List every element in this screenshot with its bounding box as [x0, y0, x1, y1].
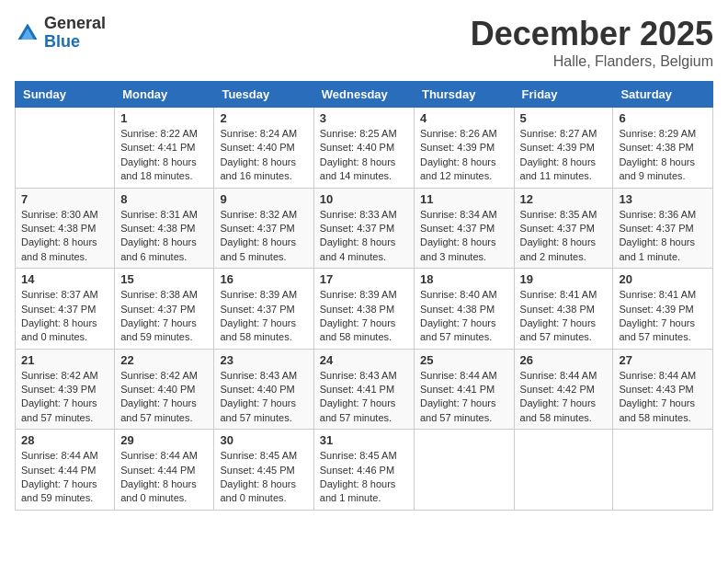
- day-number: 20: [619, 272, 707, 286]
- day-info: Sunrise: 8:36 AM Sunset: 4:37 PM Dayligh…: [619, 208, 707, 265]
- month-title: December 2025: [471, 15, 713, 53]
- day-number: 1: [120, 111, 208, 125]
- calendar-cell: 28Sunrise: 8:44 AM Sunset: 4:44 PM Dayli…: [16, 430, 115, 511]
- calendar-cell: 23Sunrise: 8:43 AM Sunset: 4:40 PM Dayli…: [214, 349, 313, 430]
- day-number: 25: [420, 353, 508, 367]
- week-row-1: 1Sunrise: 8:22 AM Sunset: 4:41 PM Daylig…: [16, 108, 713, 189]
- calendar-cell: 25Sunrise: 8:44 AM Sunset: 4:41 PM Dayli…: [414, 349, 514, 430]
- day-number: 30: [220, 433, 307, 447]
- day-number: 28: [21, 433, 108, 447]
- day-number: 10: [320, 192, 408, 206]
- calendar-cell: [613, 430, 713, 511]
- day-number: 6: [619, 111, 707, 125]
- logo: General Blue: [15, 15, 106, 52]
- calendar-cell: 16Sunrise: 8:39 AM Sunset: 4:37 PM Dayli…: [214, 269, 313, 350]
- weekday-header-saturday: Saturday: [613, 82, 713, 108]
- day-info: Sunrise: 8:45 AM Sunset: 4:46 PM Dayligh…: [320, 449, 408, 506]
- calendar-cell: [514, 430, 613, 511]
- calendar-cell: 11Sunrise: 8:34 AM Sunset: 4:37 PM Dayli…: [414, 188, 514, 269]
- calendar-cell: 15Sunrise: 8:38 AM Sunset: 4:37 PM Dayli…: [115, 269, 214, 350]
- weekday-header-thursday: Thursday: [414, 82, 514, 108]
- day-number: 12: [520, 192, 608, 206]
- calendar-cell: 1Sunrise: 8:22 AM Sunset: 4:41 PM Daylig…: [115, 108, 214, 189]
- day-info: Sunrise: 8:44 AM Sunset: 4:43 PM Dayligh…: [619, 369, 707, 426]
- calendar-cell: 2Sunrise: 8:24 AM Sunset: 4:40 PM Daylig…: [214, 108, 313, 189]
- logo-blue-text: Blue: [44, 32, 80, 51]
- day-info: Sunrise: 8:35 AM Sunset: 4:37 PM Dayligh…: [520, 208, 608, 265]
- week-row-5: 28Sunrise: 8:44 AM Sunset: 4:44 PM Dayli…: [16, 430, 713, 511]
- calendar-cell: 4Sunrise: 8:26 AM Sunset: 4:39 PM Daylig…: [414, 108, 514, 189]
- location: Halle, Flanders, Belgium: [471, 53, 713, 70]
- weekday-header-wednesday: Wednesday: [313, 82, 414, 108]
- day-info: Sunrise: 8:41 AM Sunset: 4:39 PM Dayligh…: [619, 288, 707, 345]
- day-number: 9: [220, 192, 307, 206]
- day-number: 31: [320, 433, 408, 447]
- day-info: Sunrise: 8:45 AM Sunset: 4:45 PM Dayligh…: [220, 449, 307, 506]
- calendar-cell: 9Sunrise: 8:32 AM Sunset: 4:37 PM Daylig…: [214, 188, 313, 269]
- page-header: General Blue December 2025 Halle, Flande…: [15, 15, 713, 70]
- calendar-cell: [16, 108, 115, 189]
- day-number: 5: [520, 111, 608, 125]
- day-number: 29: [120, 433, 208, 447]
- calendar-cell: 10Sunrise: 8:33 AM Sunset: 4:37 PM Dayli…: [313, 188, 414, 269]
- calendar-cell: 14Sunrise: 8:37 AM Sunset: 4:37 PM Dayli…: [16, 269, 115, 350]
- week-row-3: 14Sunrise: 8:37 AM Sunset: 4:37 PM Dayli…: [16, 269, 713, 350]
- calendar-cell: [414, 430, 514, 511]
- calendar-cell: 20Sunrise: 8:41 AM Sunset: 4:39 PM Dayli…: [613, 269, 713, 350]
- day-info: Sunrise: 8:30 AM Sunset: 4:38 PM Dayligh…: [21, 208, 108, 265]
- day-info: Sunrise: 8:22 AM Sunset: 4:41 PM Dayligh…: [120, 127, 208, 184]
- day-info: Sunrise: 8:44 AM Sunset: 4:42 PM Dayligh…: [520, 369, 608, 426]
- calendar-cell: 13Sunrise: 8:36 AM Sunset: 4:37 PM Dayli…: [613, 188, 713, 269]
- day-number: 7: [21, 192, 108, 206]
- day-info: Sunrise: 8:42 AM Sunset: 4:39 PM Dayligh…: [21, 369, 108, 426]
- day-number: 3: [320, 111, 408, 125]
- calendar-cell: 31Sunrise: 8:45 AM Sunset: 4:46 PM Dayli…: [313, 430, 414, 511]
- logo-icon: [15, 20, 40, 46]
- day-number: 27: [619, 353, 707, 367]
- day-info: Sunrise: 8:32 AM Sunset: 4:37 PM Dayligh…: [220, 208, 307, 265]
- calendar-cell: 8Sunrise: 8:31 AM Sunset: 4:38 PM Daylig…: [115, 188, 214, 269]
- day-number: 26: [520, 353, 608, 367]
- calendar-cell: 12Sunrise: 8:35 AM Sunset: 4:37 PM Dayli…: [514, 188, 613, 269]
- day-info: Sunrise: 8:43 AM Sunset: 4:41 PM Dayligh…: [320, 369, 408, 426]
- calendar-cell: 19Sunrise: 8:41 AM Sunset: 4:38 PM Dayli…: [514, 269, 613, 350]
- calendar-cell: 30Sunrise: 8:45 AM Sunset: 4:45 PM Dayli…: [214, 430, 313, 511]
- day-info: Sunrise: 8:34 AM Sunset: 4:37 PM Dayligh…: [420, 208, 508, 265]
- day-info: Sunrise: 8:44 AM Sunset: 4:44 PM Dayligh…: [120, 449, 208, 506]
- day-info: Sunrise: 8:26 AM Sunset: 4:39 PM Dayligh…: [420, 127, 508, 184]
- day-info: Sunrise: 8:41 AM Sunset: 4:38 PM Dayligh…: [520, 288, 608, 345]
- day-info: Sunrise: 8:29 AM Sunset: 4:38 PM Dayligh…: [619, 127, 707, 184]
- day-info: Sunrise: 8:38 AM Sunset: 4:37 PM Dayligh…: [120, 288, 208, 345]
- weekday-header-tuesday: Tuesday: [214, 82, 313, 108]
- calendar-cell: 22Sunrise: 8:42 AM Sunset: 4:40 PM Dayli…: [115, 349, 214, 430]
- weekday-header-sunday: Sunday: [16, 82, 115, 108]
- day-info: Sunrise: 8:33 AM Sunset: 4:37 PM Dayligh…: [320, 208, 408, 265]
- day-number: 11: [420, 192, 508, 206]
- day-info: Sunrise: 8:44 AM Sunset: 4:44 PM Dayligh…: [21, 449, 108, 506]
- day-number: 15: [120, 272, 208, 286]
- day-number: 18: [420, 272, 508, 286]
- calendar-cell: 3Sunrise: 8:25 AM Sunset: 4:40 PM Daylig…: [313, 108, 414, 189]
- day-number: 23: [220, 353, 307, 367]
- calendar-table: SundayMondayTuesdayWednesdayThursdayFrid…: [15, 81, 713, 511]
- day-info: Sunrise: 8:42 AM Sunset: 4:40 PM Dayligh…: [120, 369, 208, 426]
- day-info: Sunrise: 8:44 AM Sunset: 4:41 PM Dayligh…: [420, 369, 508, 426]
- day-number: 16: [220, 272, 307, 286]
- day-number: 24: [320, 353, 408, 367]
- calendar-cell: 7Sunrise: 8:30 AM Sunset: 4:38 PM Daylig…: [16, 188, 115, 269]
- day-info: Sunrise: 8:40 AM Sunset: 4:38 PM Dayligh…: [420, 288, 508, 345]
- day-info: Sunrise: 8:25 AM Sunset: 4:40 PM Dayligh…: [320, 127, 408, 184]
- weekday-header-monday: Monday: [115, 82, 214, 108]
- calendar-cell: 21Sunrise: 8:42 AM Sunset: 4:39 PM Dayli…: [16, 349, 115, 430]
- day-info: Sunrise: 8:24 AM Sunset: 4:40 PM Dayligh…: [220, 127, 307, 184]
- day-info: Sunrise: 8:27 AM Sunset: 4:39 PM Dayligh…: [520, 127, 608, 184]
- day-info: Sunrise: 8:31 AM Sunset: 4:38 PM Dayligh…: [120, 208, 208, 265]
- calendar-cell: 29Sunrise: 8:44 AM Sunset: 4:44 PM Dayli…: [115, 430, 214, 511]
- day-info: Sunrise: 8:39 AM Sunset: 4:37 PM Dayligh…: [220, 288, 307, 345]
- calendar-cell: 24Sunrise: 8:43 AM Sunset: 4:41 PM Dayli…: [313, 349, 414, 430]
- calendar-cell: 6Sunrise: 8:29 AM Sunset: 4:38 PM Daylig…: [613, 108, 713, 189]
- calendar-cell: 26Sunrise: 8:44 AM Sunset: 4:42 PM Dayli…: [514, 349, 613, 430]
- week-row-2: 7Sunrise: 8:30 AM Sunset: 4:38 PM Daylig…: [16, 188, 713, 269]
- logo-general-text: General: [44, 14, 106, 32]
- week-row-4: 21Sunrise: 8:42 AM Sunset: 4:39 PM Dayli…: [16, 349, 713, 430]
